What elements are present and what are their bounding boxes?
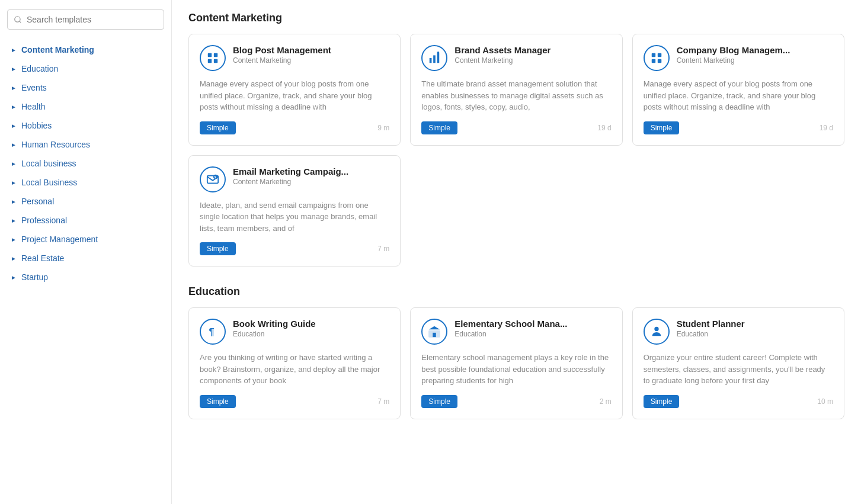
svg-rect-6 [437, 53, 440, 63]
sidebar-item-local-business[interactable]: ►Local Business [7, 173, 164, 192]
template-card[interactable]: Blog Post Management Content Marketing M… [188, 34, 401, 146]
simple-badge[interactable]: Simple [644, 395, 680, 408]
template-card[interactable]: ¶ Book Writing Guide Education Are you t… [188, 307, 401, 419]
sidebar-item-label: Local Business [21, 178, 77, 187]
card-header: Elementary School Mana... Education [421, 319, 611, 345]
card-header: Blog Post Management Content Marketing [200, 45, 389, 71]
section-education: Education ¶ Book Writing Guide Education… [188, 285, 844, 419]
sidebar-item-education[interactable]: ►Education [7, 59, 164, 78]
sidebar-item-label: Project Management [21, 235, 98, 244]
chevron-icon: ► [11, 217, 17, 223]
card-category: Content Marketing [454, 56, 550, 65]
template-card[interactable]: Student Planner Education Organize your … [632, 307, 844, 419]
card-icon: $ [200, 166, 226, 192]
sidebar-item-label: Health [21, 102, 45, 111]
card-description: Manage every aspect of your blog posts f… [200, 78, 389, 113]
card-footer: Simple 10 m [644, 395, 833, 408]
sidebar-items: ►Content Marketing►Education►Events►Heal… [7, 40, 164, 287]
svg-rect-8 [651, 53, 655, 57]
svg-rect-17 [433, 333, 437, 337]
section-title: Education [188, 285, 844, 298]
card-title: Email Marketing Campaig... [233, 166, 348, 176]
template-card[interactable]: Company Blog Managem... Content Marketin… [632, 34, 844, 146]
card-header: $ Email Marketing Campaig... Content Mar… [200, 166, 389, 192]
sections-container: Content Marketing Blog Post Management C… [188, 12, 844, 419]
sidebar-item-label: Professional [21, 216, 67, 225]
simple-badge[interactable]: Simple [421, 395, 457, 408]
card-description: Ideate, plan, and send email campaigns f… [200, 200, 389, 235]
simple-badge[interactable]: Simple [200, 395, 236, 408]
svg-rect-5 [433, 55, 436, 63]
sidebar-item-content-marketing[interactable]: ►Content Marketing [7, 40, 164, 59]
card-icon [200, 45, 226, 71]
card-time: 9 m [377, 124, 389, 132]
card-header: Company Blog Managem... Content Marketin… [644, 45, 833, 71]
simple-badge[interactable]: Simple [644, 121, 680, 134]
sidebar-item-label: Real Estate [21, 253, 64, 263]
sidebar: ►Content Marketing►Education►Events►Heal… [0, 0, 172, 504]
card-time: 7 m [377, 397, 389, 406]
chevron-icon: ► [11, 160, 17, 166]
sidebar-item-real-estate[interactable]: ►Real Estate [7, 249, 164, 268]
card-description: The ultimate brand asset management solu… [421, 78, 611, 113]
sidebar-item-human-resources[interactable]: ►Human Resources [7, 135, 164, 154]
svg-rect-9 [657, 53, 661, 57]
sidebar-item-startup[interactable]: ►Startup [7, 268, 164, 287]
card-header: Student Planner Education [644, 319, 833, 345]
sidebar-item-professional[interactable]: ►Professional [7, 211, 164, 230]
sidebar-item-label: Events [21, 83, 47, 92]
sidebar-item-label: Education [21, 64, 58, 73]
card-description: Manage every aspect of your blog posts f… [644, 78, 833, 113]
sidebar-item-label: Hobbies [21, 121, 52, 130]
template-card[interactable]: $ Email Marketing Campaig... Content Mar… [188, 155, 401, 267]
main-content: Content Marketing Blog Post Management C… [172, 0, 861, 504]
card-footer: Simple 2 m [421, 395, 611, 408]
svg-rect-10 [651, 59, 655, 63]
card-title: Book Writing Guide [233, 319, 316, 329]
chevron-icon: ► [11, 236, 17, 242]
card-icon [644, 45, 670, 71]
card-icon: ¶ [200, 319, 226, 345]
card-category: Education [233, 330, 316, 338]
svg-point-18 [654, 327, 658, 331]
card-description: Organize your entire student career! Com… [644, 352, 833, 387]
chevron-icon: ► [11, 198, 17, 204]
chevron-icon: ► [11, 85, 17, 91]
card-icon [421, 45, 447, 71]
search-input[interactable] [7, 9, 164, 30]
sidebar-item-health[interactable]: ►Health [7, 97, 164, 116]
search-wrapper [7, 9, 164, 30]
card-category: Content Marketing [677, 56, 790, 65]
simple-badge[interactable]: Simple [421, 121, 457, 134]
card-category: Education [677, 330, 745, 338]
template-card[interactable]: Brand Assets Manager Content Marketing T… [410, 34, 622, 146]
sidebar-item-hobbies[interactable]: ►Hobbies [7, 116, 164, 135]
svg-rect-3 [214, 59, 217, 63]
card-header: ¶ Book Writing Guide Education [200, 319, 389, 345]
card-category: Content Marketing [233, 56, 331, 65]
simple-badge[interactable]: Simple [200, 242, 236, 255]
svg-rect-2 [208, 59, 212, 63]
card-title: Elementary School Mana... [454, 319, 567, 329]
svg-rect-1 [214, 53, 217, 57]
card-description: Elementary school management plays a key… [421, 352, 611, 387]
sidebar-item-personal[interactable]: ►Personal [7, 192, 164, 211]
sidebar-item-events[interactable]: ►Events [7, 78, 164, 97]
sidebar-item-label: Startup [21, 272, 48, 282]
simple-badge[interactable]: Simple [200, 121, 236, 134]
section-title: Content Marketing [188, 12, 844, 24]
sidebar-item-label: Content Marketing [21, 45, 94, 54]
card-title: Blog Post Management [233, 45, 331, 55]
template-card[interactable]: Elementary School Mana... Education Elem… [410, 307, 622, 419]
section-content-marketing: Content Marketing Blog Post Management C… [188, 12, 844, 267]
card-time: 10 m [817, 397, 833, 406]
sidebar-item-project-management[interactable]: ►Project Management [7, 230, 164, 249]
card-title: Company Blog Managem... [677, 45, 790, 55]
card-footer: Simple 9 m [200, 121, 389, 134]
sidebar-item-local-business[interactable]: ►Local business [7, 154, 164, 173]
chevron-icon: ► [11, 104, 17, 110]
chevron-icon: ► [11, 179, 17, 185]
sidebar-item-label: Local business [21, 159, 76, 168]
card-footer: Simple 7 m [200, 395, 389, 408]
card-time: 19 d [820, 124, 833, 132]
